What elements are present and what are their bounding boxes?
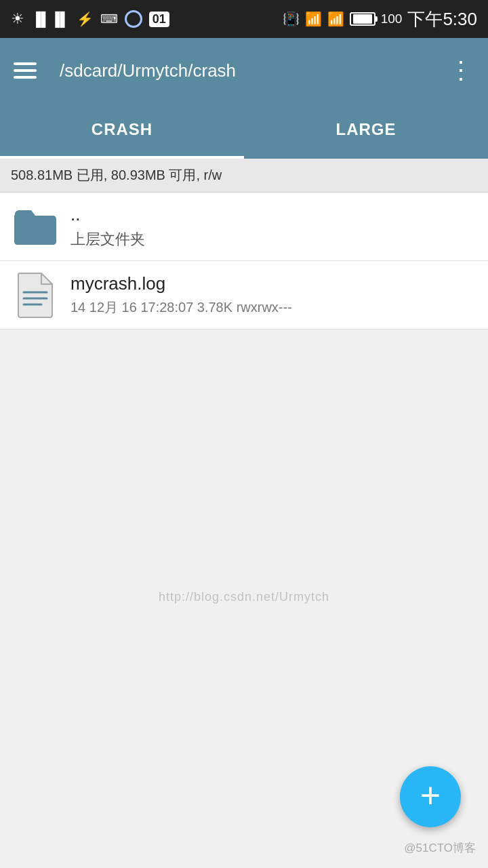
tab-crash[interactable]: CRASH: [0, 103, 244, 159]
path-breadcrumb: /sdcard/Urmytch/crash: [60, 60, 434, 81]
document-icon: [11, 271, 60, 319]
battery-percentage: 100: [381, 12, 403, 26]
signal-icon: 📶: [327, 11, 344, 27]
usb-icon: ⚡: [77, 11, 94, 27]
tab-large[interactable]: LARGE: [244, 103, 488, 159]
more-options-button[interactable]: ⋮: [447, 58, 474, 83]
folder-icon: [11, 202, 60, 251]
fab-button[interactable]: +: [400, 766, 461, 827]
status-bar: ☀ ▐▌▐▌ ⚡ ⌨ 01 📳 📶 📶 100 下午5:30: [0, 0, 488, 38]
list-item[interactable]: .. 上层文件夹: [0, 193, 488, 261]
plus-icon: +: [420, 778, 441, 813]
barcode-icon: ▐▌▐▌: [31, 12, 70, 27]
badge-icon: 01: [149, 12, 169, 27]
keyboard-icon: ⌨: [100, 12, 118, 26]
circle-icon: [125, 10, 142, 28]
file-list: .. 上层文件夹 mycrash.log 14 12月 16 17:28:07 …: [0, 193, 488, 330]
list-item[interactable]: mycrash.log 14 12月 16 17:28:07 3.78K rwx…: [0, 261, 488, 330]
toolbar: /sdcard/Urmytch/crash ⋮: [0, 38, 488, 103]
time-display: 下午5:30: [407, 7, 477, 31]
watermark2: @51CTO博客: [404, 840, 476, 856]
watermark: http://blog.csdn.net/Urmytch: [159, 590, 329, 604]
file-info: .. 上层文件夹: [70, 204, 145, 250]
wifi-icon: 📶: [305, 11, 322, 27]
file-info: mycrash.log 14 12月 16 17:28:07 3.78K rwx…: [70, 273, 292, 317]
menu-button[interactable]: [14, 62, 46, 79]
tabs-container: CRASH LARGE: [0, 103, 488, 159]
status-bar-right-icons: 📳 📶 📶 100 下午5:30: [283, 7, 477, 31]
storage-info-bar: 508.81MB 已用, 80.93MB 可用, r/w: [0, 159, 488, 193]
vibrate-icon: 📳: [283, 11, 300, 27]
status-bar-left-icons: ☀ ▐▌▐▌ ⚡ ⌨ 01: [11, 10, 169, 28]
sun-icon: ☀: [11, 10, 24, 28]
battery-icon: [350, 12, 375, 26]
